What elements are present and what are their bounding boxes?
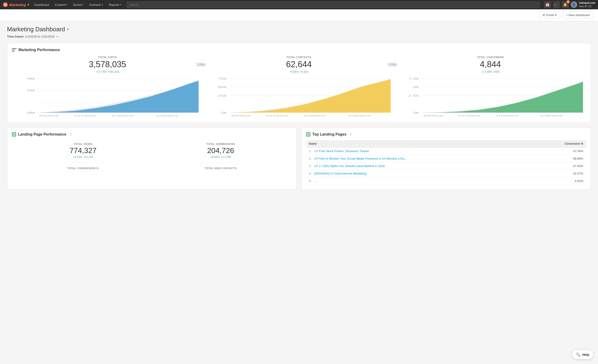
new-dashboard-button[interactable]: + New dashboard	[563, 12, 593, 18]
svg-text:0M: 0M	[27, 112, 35, 114]
table-row: 4. [SPANISH] LP Guia-Internet-Marketing …	[306, 170, 586, 177]
visits-to-contacts-badge: 1.75%	[196, 63, 207, 67]
top-pages-table: Name Conversion % 1. LP Free Stock Photo…	[306, 140, 586, 185]
table-row: 1. LP Free Stock Photos | Business Theme…	[306, 148, 586, 155]
academy-icon[interactable]: 🎓	[553, 1, 560, 8]
svg-text:1/12/2015: 1/12/2015	[266, 115, 288, 117]
dashboard-dropdown-icon[interactable]: ▾	[67, 27, 69, 32]
landing-page-bottom-metrics: TOTAL CONVERSION % TOTAL NEW CONTACTS	[12, 163, 292, 173]
notifications-icon[interactable]: 🔔 3	[562, 1, 569, 8]
svg-text:1/26/2015: 1/26/2015	[540, 115, 563, 117]
svg-text:1/26/2015: 1/26/2015	[348, 115, 370, 117]
svg-rect-45	[14, 135, 15, 136]
page-conversion-cell: 23.57%	[533, 170, 586, 177]
table-row: 5. ... 4.52%	[306, 177, 586, 185]
charts-row: 4M 2M 0M 1/5/2015 1/12/2015 1/19/2015 1/…	[12, 76, 586, 118]
total-new-contacts-metric: TOTAL NEW CONTACTS	[154, 167, 287, 171]
page-name-cell: 4. [SPANISH] LP Guia-Internet-Marketing	[306, 170, 533, 177]
svg-text:2.5k: 2.5k	[408, 94, 419, 97]
svg-text:1/19/2015: 1/19/2015	[111, 115, 134, 117]
nav-dashboard[interactable]: Dashboard	[32, 0, 52, 9]
svg-rect-49	[308, 135, 310, 136]
total-views-metric: TOTAL VIEWS 774,327 +4.03% +31,242	[17, 143, 150, 159]
table-row: 3. LP 17 SEO Myths You Should Leave Behi…	[306, 162, 586, 170]
bottom-row: Landing Page Performance ⓘ TOTAL VIEWS 7…	[7, 127, 591, 194]
svg-text:1/5/2015: 1/5/2015	[231, 115, 250, 117]
page-name-cell: 3. LP 17 SEO Myths You Should Leave Behi…	[306, 162, 533, 170]
svg-text:2M: 2M	[27, 89, 35, 92]
top-pages-icon	[306, 132, 310, 136]
page-conversion-cell: 4.52%	[533, 177, 586, 185]
top-pages-info-icon[interactable]: ⓘ	[349, 132, 352, 136]
nav-social[interactable]: Social ▾	[70, 0, 86, 9]
visits-chart: 4M 2M 0M 1/5/2015 1/12/2015 1/19/2015 1/…	[12, 76, 202, 118]
svg-text:5k: 5k	[413, 86, 419, 88]
total-customers-metric: 7.73% TOTAL CUSTOMERS 4,844 +17.88% +866	[395, 56, 586, 74]
svg-text:1/26/2015: 1/26/2015	[156, 115, 178, 117]
table-row: 2. LP How to Monitor Your Social Media P…	[306, 155, 586, 162]
contacts-chart: 75k 50k 25k 0k 1/5/2015 1/12/2015 1/19/2…	[204, 76, 394, 118]
landing-page-metrics: TOTAL VIEWS 774,327 +4.03% +31,242 TOTAL…	[12, 140, 292, 161]
page-name-link[interactable]: [SPANISH] LP Guia-Internet-Marketing	[314, 172, 366, 175]
email-button[interactable]: ✉ Email ▾	[539, 12, 560, 18]
svg-text:1/19/2015: 1/19/2015	[304, 115, 326, 117]
customers-chart: 7.5k 5k 2.5k 0k 1/5/2015 1/12/2015 1/19/…	[396, 76, 586, 118]
brand-name: Marketing	[9, 3, 26, 7]
contacts-to-customers-badge: 7.73%	[388, 63, 398, 67]
navbar: Marketing ▾ Dashboard Content ▾ Social ▾…	[0, 0, 598, 9]
svg-marker-6	[37, 81, 198, 112]
top-landing-pages-card: Top Landing Pages ⓘ Name Conversion % 1.…	[301, 127, 591, 190]
svg-text:1/12/2015: 1/12/2015	[458, 115, 480, 117]
page-name-cell: 5. ...	[306, 177, 533, 185]
page-name-link[interactable]: LP How to Monitor Your Social Media Pres…	[314, 157, 407, 160]
nav-contacts[interactable]: Contacts ▾	[86, 0, 106, 9]
svg-marker-19	[229, 79, 391, 113]
svg-text:1/5/2015: 1/5/2015	[423, 115, 443, 117]
nav-right-actions: 📅 🎓 🔔 3 👤 hubspot.com Hub ID: 53	[544, 1, 595, 8]
svg-text:1/5/2015: 1/5/2015	[39, 115, 58, 117]
landing-page-info-icon[interactable]: ⓘ	[69, 132, 72, 136]
page-conversion-cell: 47.92%	[533, 162, 586, 170]
landing-page-performance-card: Landing Page Performance ⓘ TOTAL VIEWS 7…	[7, 127, 297, 190]
top-landing-pages-title: Top Landing Pages ⓘ	[306, 132, 586, 136]
svg-text:0k: 0k	[221, 112, 227, 114]
svg-text:25k: 25k	[218, 94, 227, 97]
svg-marker-33	[422, 82, 583, 113]
page-conversion-cell: 58.86%	[533, 155, 586, 162]
marketing-performance-title: Marketing Performance	[12, 48, 586, 52]
search-input[interactable]	[126, 2, 540, 8]
brand-dropdown-icon[interactable]: ▾	[27, 3, 29, 7]
edit-timeframe-icon[interactable]: ✏	[56, 35, 58, 38]
landing-page-icon	[12, 132, 16, 136]
svg-text:1/19/2015: 1/19/2015	[496, 115, 518, 117]
brand-logo[interactable]: Marketing ▾	[3, 2, 29, 7]
page-name-link[interactable]: LP 17 SEO Myths You Should Leave Behind …	[314, 164, 385, 168]
metrics-row: TOTAL VISITS 3,578,035 +15.75% +563,434 …	[12, 56, 586, 74]
nav-reports[interactable]: Reports ▾	[106, 0, 125, 9]
svg-text:4M: 4M	[27, 77, 35, 80]
user-info: hubspot.com Hub ID: 53	[579, 1, 595, 8]
svg-rect-47	[308, 133, 310, 134]
avatar[interactable]: 👤	[571, 1, 577, 8]
landing-page-title: Landing Page Performance ⓘ	[12, 132, 292, 136]
nav-content[interactable]: Content ▾	[52, 0, 70, 9]
page-conversion-cell: 47.34%	[533, 148, 586, 155]
calendar-icon[interactable]: 📅	[544, 1, 551, 8]
svg-rect-44	[13, 135, 14, 136]
notification-badge: 3	[566, 0, 570, 3]
main-content: Marketing Dashboard ▾ Time frame: 1/1/20…	[0, 21, 598, 199]
timeframe: Time frame: 1/1/2015 to 1/31/2015 ✏	[7, 35, 591, 38]
top-pages-table-container: Name Conversion % 1. LP Free Stock Photo…	[306, 140, 586, 185]
col-conversion-header: Conversion %	[533, 140, 586, 148]
performance-chart-icon	[12, 48, 17, 52]
page-name-link[interactable]: ...	[314, 179, 317, 183]
total-visits-metric: TOTAL VISITS 3,578,035 +15.75% +563,434	[12, 56, 203, 74]
marketing-performance-card: Marketing Performance TOTAL VISITS 3,578…	[7, 43, 591, 123]
svg-rect-46	[307, 133, 308, 134]
total-submissions-metric: TOTAL SUBMISSIONS 204,726 +8.45% +17,299	[154, 143, 287, 159]
total-contacts-metric: 1.75% TOTAL CONTACTS 62,644 +9.66% +6,05…	[203, 56, 395, 74]
total-conversion-metric: TOTAL CONVERSION %	[17, 167, 150, 171]
svg-text:50k: 50k	[218, 86, 227, 88]
svg-rect-42	[13, 133, 14, 134]
page-name-link[interactable]: LP Free Stock Photos | Business Theme	[314, 149, 369, 153]
